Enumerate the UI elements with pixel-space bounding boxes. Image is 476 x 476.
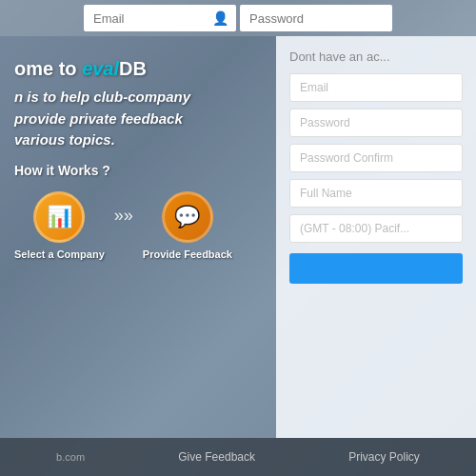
step2-icon: 💬 — [162, 191, 213, 243]
step1-label: Select a Company — [14, 248, 105, 260]
password-field-topbar[interactable] — [240, 5, 392, 31]
desc-line1: n is to help club-company — [14, 89, 190, 105]
desc-line3: various topics. — [14, 131, 115, 148]
signup-fullname-input[interactable] — [289, 179, 463, 208]
signup-email-input[interactable] — [289, 73, 463, 102]
give-feedback-link[interactable]: Give Feedback — [178, 450, 255, 464]
arrow-icon: »» — [114, 206, 133, 226]
step2-label: Provide Feedback — [143, 248, 232, 260]
top-login-bar: 👤 — [0, 0, 476, 36]
step-2: 💬 Provide Feedback — [143, 191, 232, 260]
how-it-works-label: How it Works ? — [14, 163, 267, 178]
brand-eval: eval — [82, 58, 119, 79]
steps-row: 📊 Select a Company »» 💬 Provide Feedback — [14, 191, 267, 260]
step1-icon: 📊 — [33, 191, 85, 243]
step2-emoji: 💬 — [174, 205, 200, 229]
password-input-top[interactable] — [240, 5, 392, 31]
footer-brand: b.com — [56, 451, 85, 463]
signup-password-confirm-input[interactable] — [289, 144, 463, 172]
main-content: ome to evalDB n is to help club-company … — [0, 36, 286, 438]
user-icon: 👤 — [212, 10, 228, 26]
signup-password-input[interactable] — [289, 109, 463, 137]
brand-db: DB — [119, 58, 147, 79]
signup-panel: Dont have an ac... — [276, 36, 476, 438]
footer: b.com Give Feedback Privacy Policy — [0, 438, 476, 476]
signup-submit-button[interactable] — [289, 253, 463, 284]
privacy-policy-link[interactable]: Privacy Policy — [348, 450, 420, 464]
step-1: 📊 Select a Company — [14, 191, 105, 260]
welcome-description: n is to help club-company provide privat… — [14, 87, 267, 151]
desc-line2: provide private feedback — [14, 110, 183, 127]
signup-title: Dont have an ac... — [289, 50, 463, 64]
signup-timezone-input[interactable] — [289, 214, 463, 243]
welcome-prefix: ome to — [14, 58, 82, 79]
email-field-topbar[interactable]: 👤 — [84, 5, 236, 31]
welcome-title: ome to evalDB — [14, 55, 267, 82]
step1-emoji: 📊 — [47, 205, 72, 229]
